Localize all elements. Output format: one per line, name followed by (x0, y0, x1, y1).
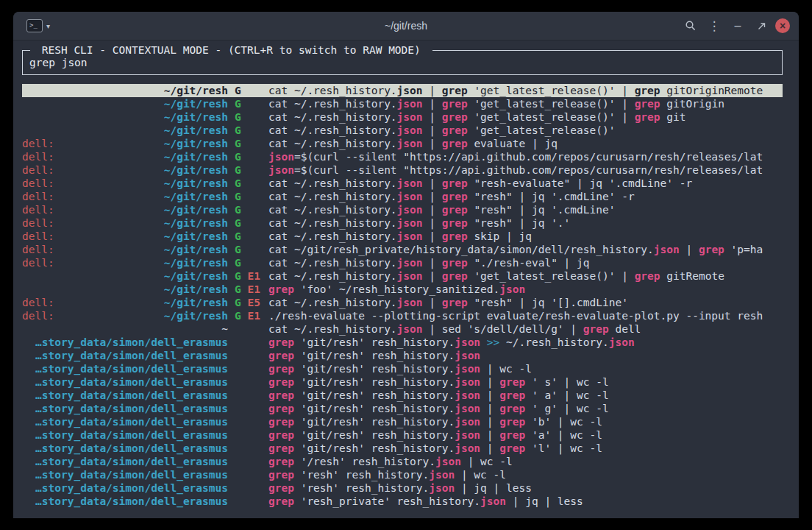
history-row[interactable]: dell:~/git/reshG E5cat ~/.resh_history.j… (22, 296, 783, 309)
history-row[interactable]: …story_data/simon/dell_erasmusgrep 'resh… (22, 468, 783, 481)
history-row[interactable]: dell:~/git/reshGjson=$(curl --silent "ht… (22, 150, 783, 163)
history-row[interactable]: dell:~/git/reshG E1./resh-evaluate --plo… (22, 309, 783, 322)
row-left-column: …story_data/simon/dell_erasmus (22, 389, 228, 402)
directory-label: ~/git/resh (164, 269, 228, 283)
history-row-selected[interactable]: ~/git/reshGcat ~/.resh_history.json | gr… (22, 84, 783, 97)
close-button[interactable]: × (775, 18, 790, 33)
directory-label: …story_data/simon/dell_erasmus (35, 349, 228, 362)
directory-label: ~/git/resh (164, 110, 228, 124)
history-row[interactable]: dell:~/git/reshGcat ~/.resh_history.json… (22, 230, 783, 243)
history-row[interactable]: ~cat ~/.resh_history.json | sed 's/dell/… (22, 322, 783, 336)
kebab-menu-icon: ⋮ (708, 20, 721, 32)
git-flag: G (235, 230, 241, 242)
host-label: dell: (22, 190, 54, 203)
flags-column (228, 495, 268, 508)
flags-column (228, 442, 268, 455)
git-flag: G (235, 124, 241, 136)
history-row[interactable]: …story_data/simon/dell_erasmusgrep 'git/… (22, 428, 783, 442)
exit-code-flag: E1 (247, 270, 260, 282)
flags-column (228, 322, 268, 336)
search-box: RESH CLI - CONTEXTUAL MODE - (CTRL+R to … (22, 50, 783, 75)
row-left-column: ~/git/resh (22, 110, 228, 124)
git-flag: G (235, 270, 241, 282)
command-text: grep 'git/resh' resh_history.json | grep… (268, 428, 783, 442)
search-button[interactable] (681, 16, 700, 35)
history-row[interactable]: dell:~/git/reshGcat ~/git/resh_private/h… (22, 243, 783, 256)
directory-label: ~/git/resh (164, 243, 228, 256)
app-menu-button[interactable]: >_ ▾ (22, 17, 54, 35)
command-text: json=$(curl --silent "https://api.github… (268, 150, 783, 163)
command-text: grep 'git/resh' resh_history.json | grep… (268, 389, 783, 402)
flags-column (228, 481, 268, 495)
history-row[interactable]: …story_data/simon/dell_erasmusgrep 'git/… (22, 362, 783, 375)
restore-button[interactable] (752, 16, 771, 35)
history-row[interactable]: dell:~/git/reshGcat ~/.resh_history.json… (22, 190, 783, 203)
directory-label: …story_data/simon/dell_erasmus (35, 428, 228, 442)
command-text: cat ~/.resh_history.json | grep "resh" |… (268, 203, 783, 216)
command-text: cat ~/.resh_history.json | grep 'get_lat… (268, 97, 783, 110)
history-row[interactable]: ~/git/reshGcat ~/.resh_history.json | gr… (22, 97, 783, 110)
history-row[interactable]: dell:~/git/reshGjson=$(curl --silent "ht… (22, 163, 783, 177)
history-row[interactable]: …story_data/simon/dell_erasmusgrep 'git/… (22, 415, 783, 428)
command-text: grep 'resh' resh_history.json | wc -l (268, 468, 783, 481)
row-left-column: …story_data/simon/dell_erasmus (22, 468, 228, 481)
history-row[interactable]: dell:~/git/reshGcat ~/.resh_history.json… (22, 256, 783, 269)
row-left-column: ~/git/resh (22, 97, 228, 110)
history-row[interactable]: ~/git/reshGcat ~/.resh_history.json | gr… (22, 110, 783, 124)
history-row[interactable]: ~/git/reshG E1cat ~/.resh_history.json |… (22, 269, 783, 283)
history-row[interactable]: …story_data/simon/dell_erasmusgrep 'git/… (22, 349, 783, 362)
row-left-column: dell:~/git/resh (22, 150, 228, 163)
history-row[interactable]: dell:~/git/reshGcat ~/.resh_history.json… (22, 177, 783, 190)
flags-column (228, 415, 268, 428)
history-row[interactable]: …story_data/simon/dell_erasmusgrep '/res… (22, 455, 783, 468)
history-row[interactable]: …story_data/simon/dell_erasmusgrep 'git/… (22, 375, 783, 389)
menu-button[interactable]: ⋮ (705, 16, 724, 35)
command-text: grep 'git/resh' resh_history.json | grep… (268, 442, 783, 455)
history-row[interactable]: …story_data/simon/dell_erasmusgrep 'resh… (22, 481, 783, 495)
row-left-column: …story_data/simon/dell_erasmus (22, 415, 228, 428)
flags-column (228, 428, 268, 442)
row-left-column: dell:~/git/resh (22, 296, 228, 309)
command-text: cat ~/.resh_history.json | grep "resh" |… (268, 296, 783, 309)
directory-label: ~/git/resh (164, 137, 228, 150)
history-row[interactable]: …story_data/simon/dell_erasmusgrep 'resh… (22, 495, 783, 508)
history-row[interactable]: dell:~/git/reshGcat ~/.resh_history.json… (22, 137, 783, 150)
flags-column: G (228, 243, 268, 256)
directory-label: ~ (221, 322, 228, 336)
history-row[interactable]: …story_data/simon/dell_erasmusgrep 'git/… (22, 336, 783, 349)
flags-column: G (228, 137, 268, 150)
flags-column: G (228, 110, 268, 124)
history-row[interactable]: …story_data/simon/dell_erasmusgrep 'git/… (22, 442, 783, 455)
directory-label: …story_data/simon/dell_erasmus (35, 495, 228, 508)
row-left-column: …story_data/simon/dell_erasmus (22, 495, 228, 508)
host-label: dell: (22, 296, 54, 309)
minimize-button[interactable]: – (728, 16, 747, 35)
command-text: grep 'git/resh' resh_history.json | wc -… (268, 362, 783, 375)
git-flag: G (235, 217, 241, 229)
git-flag: G (235, 138, 241, 149)
host-label: dell: (22, 150, 54, 163)
git-flag: G (235, 177, 241, 189)
flags-column: G E1 (228, 269, 268, 283)
history-row[interactable]: …story_data/simon/dell_erasmusgrep 'git/… (22, 389, 783, 402)
flags-column: G (228, 84, 268, 97)
titlebar[interactable]: ~/git/resh >_ ▾ ⋮ – (13, 12, 799, 40)
git-flag: G (235, 283, 241, 295)
git-flag: G (235, 204, 241, 216)
command-text: cat ~/git/resh_private/history_data/simo… (268, 243, 783, 256)
terminal-window: ~/git/resh >_ ▾ ⋮ – (13, 12, 799, 518)
history-row[interactable]: ~/git/reshGcat ~/.resh_history.json | gr… (22, 124, 783, 137)
history-row[interactable]: ~/git/reshG E1grep 'foo' ~/resh_history_… (22, 283, 783, 296)
git-flag: G (235, 297, 241, 308)
row-left-column: …story_data/simon/dell_erasmus (22, 428, 228, 442)
history-row[interactable]: …story_data/simon/dell_erasmusgrep 'git/… (22, 402, 783, 415)
flags-column: G (228, 190, 268, 203)
row-left-column: dell:~/git/resh (22, 137, 228, 150)
host-label: dell: (22, 177, 54, 190)
command-text: cat ~/.resh_history.json | grep "./resh-… (268, 256, 783, 269)
directory-label: ~/git/resh (164, 309, 228, 322)
history-row[interactable]: dell:~/git/reshGcat ~/.resh_history.json… (22, 216, 783, 230)
directory-label: …story_data/simon/dell_erasmus (35, 455, 228, 468)
flags-column (228, 468, 268, 481)
history-row[interactable]: dell:~/git/reshGcat ~/.resh_history.json… (22, 203, 783, 216)
